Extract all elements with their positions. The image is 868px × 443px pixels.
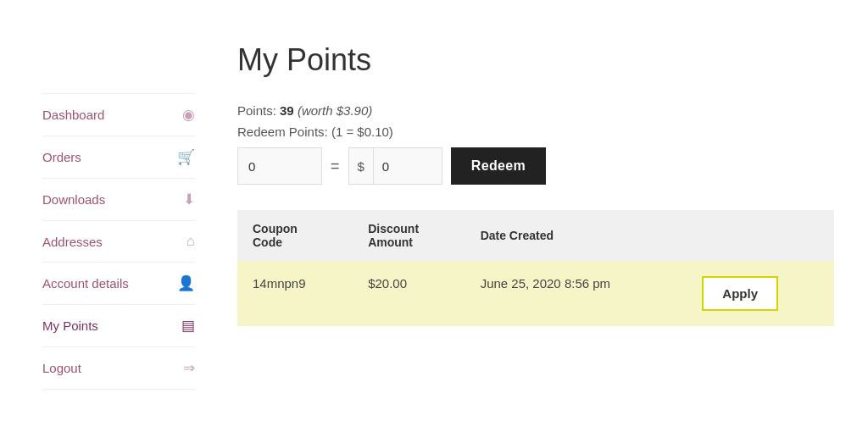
sidebar-item-dashboard[interactable]: Dashboard◉ [42,93,195,136]
sidebar-icon-dashboard: ◉ [182,106,195,124]
page-title: My Points [237,42,834,78]
sidebar-icon-addresses: ⌂ [186,233,195,250]
redeem-label: Redeem Points: (1 = $0.10) [237,125,834,139]
apply-button[interactable]: Apply [702,276,778,311]
main-content: My Points Points: 39 (worth $3.90) Redee… [220,25,868,418]
sidebar-label-my-points: My Points [42,318,173,333]
col-action [687,210,834,261]
coupon-table: CouponCode DiscountAmount Date Created 1… [237,210,834,326]
sidebar-label-addresses: Addresses [42,235,178,249]
redeem-row: = $ Redeem [237,147,834,185]
dollar-input-wrap: $ [348,147,442,185]
col-coupon-code: CouponCode [237,210,353,261]
sidebar-icon-logout: ⇒ [183,359,195,377]
sidebar-label-orders: Orders [42,150,169,164]
points-worth: (worth $3.90) [298,103,372,118]
sidebar: Dashboard◉Orders🛒Downloads⬇Addresses⌂Acc… [0,25,220,418]
sidebar-item-downloads[interactable]: Downloads⬇ [42,179,195,221]
sidebar-item-my-points[interactable]: My Points▤ [42,305,195,347]
equals-sign: = [331,158,340,175]
sidebar-label-account-details: Account details [42,276,169,291]
sidebar-icon-downloads: ⬇ [183,191,195,208]
points-value: 39 [280,103,294,118]
sidebar-label-downloads: Downloads [42,192,175,207]
sidebar-item-orders[interactable]: Orders🛒 [42,136,195,179]
sidebar-item-logout[interactable]: Logout⇒ [42,347,195,390]
sidebar-label-dashboard: Dashboard [42,108,174,122]
table-header: CouponCode DiscountAmount Date Created [237,210,834,261]
sidebar-icon-my-points: ▤ [181,317,195,335]
points-input[interactable] [237,147,322,185]
dollar-input[interactable] [374,148,442,184]
date-cell: June 25, 2020 8:56 pm [465,261,687,326]
points-prefix: Points: [237,103,280,118]
dollar-sign: $ [349,148,374,184]
sidebar-icon-account-details: 👤 [177,274,195,292]
col-discount: DiscountAmount [353,210,465,261]
coupon-code-cell: 14mnpn9 [237,261,353,326]
sidebar-item-addresses[interactable]: Addresses⌂ [42,221,195,263]
col-date-created: Date Created [465,210,687,261]
discount-cell: $20.00 [353,261,465,326]
table-row: 14mnpn9$20.00June 25, 2020 8:56 pmApply [237,261,834,326]
redeem-button[interactable]: Redeem [451,147,546,185]
sidebar-icon-orders: 🛒 [177,148,195,166]
sidebar-item-account-details[interactable]: Account details👤 [42,263,195,305]
action-cell: Apply [687,261,834,326]
sidebar-label-logout: Logout [42,361,175,375]
points-info: Points: 39 (worth $3.90) [237,103,834,118]
coupon-table-body: 14mnpn9$20.00June 25, 2020 8:56 pmApply [237,261,834,326]
